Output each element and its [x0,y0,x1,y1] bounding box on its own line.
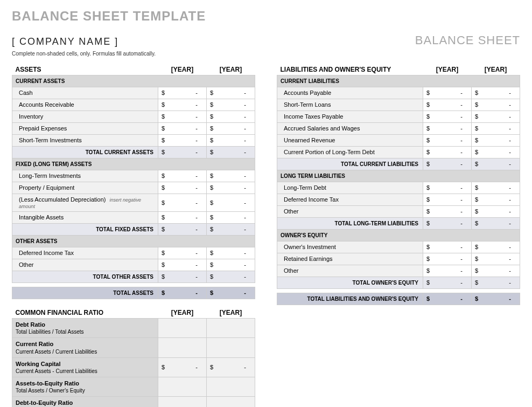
value-y1[interactable]: $- [423,253,472,265]
value-y1[interactable]: $- [423,205,472,217]
ratios-header: COMMON FINANCIAL RATIO [12,307,158,319]
value-y1[interactable]: $- [158,194,207,211]
value-y1[interactable]: $- [158,111,207,122]
value-y2[interactable]: $- [472,111,520,122]
ratio-value-y1: $- [158,357,207,377]
value-y2[interactable]: $- [472,87,520,99]
value-y2[interactable]: $- [472,182,520,194]
value-y1[interactable]: $- [423,194,472,205]
total-current-assets-y2: $- [207,146,255,158]
value-y2[interactable]: $- [472,265,520,277]
line-item-label: (Less Accumulated Depreciation) insert n… [12,194,158,211]
ratio-label: Assets-to-Equity RatioTotal Assets / Own… [12,377,158,396]
owners-equity-header: OWNER'S EQUITY [277,229,520,241]
year-header[interactable]: [YEAR] [207,63,255,75]
value-y2[interactable]: $- [472,122,520,134]
value-y1[interactable]: $- [423,111,472,122]
line-item-label: Short-Term Investments [12,134,158,146]
liabilities-header: LIABILITIES AND OWNER'S EQUITY [277,63,423,75]
instructions-text: Complete non-shaded cells, only. Formula… [12,51,520,57]
value-y2[interactable]: $- [472,205,520,217]
value-y1[interactable]: $- [158,99,207,111]
ratio-value-y1 [158,397,207,407]
ratio-label: Current RatioCurrent Assets / Current Li… [12,338,158,357]
value-y2[interactable]: $- [472,146,520,158]
line-item-label: Other [277,205,423,217]
value-y2[interactable]: $- [207,87,255,99]
value-y1[interactable]: $- [423,122,472,134]
value-y2[interactable]: $- [472,253,520,265]
total-current-liabilities-y1: $- [423,158,472,170]
total-owners-equity-y1: $- [423,277,472,288]
total-longterm-liabilities-label: TOTAL LONG-TERM LIABILITIES [277,217,423,229]
value-y2[interactable]: $- [207,211,255,223]
line-item-label: Deferred Income Tax [12,247,158,259]
total-current-liabilities-label: TOTAL CURRENT LIABILITIES [277,158,423,170]
ratio-label: Debt RatioTotal Liabilities / Total Asse… [12,319,158,338]
total-other-assets-y2: $- [207,271,255,282]
value-y1[interactable]: $- [158,259,207,271]
line-item-label: Deferred Income Tax [277,194,423,205]
total-other-assets-label: TOTAL OTHER ASSETS [12,271,158,282]
current-assets-header: CURRENT ASSETS [12,75,255,87]
total-liabilities-equity-label: TOTAL LIABILITIES AND OWNER'S EQUITY [277,293,423,305]
sheet-title: BALANCE SHEET [415,33,520,47]
value-y1[interactable]: $- [158,122,207,134]
total-longterm-liabilities-y1: $- [423,217,472,229]
value-y2[interactable]: $- [207,122,255,134]
value-y2[interactable]: $- [472,134,520,146]
value-y1[interactable]: $- [158,87,207,99]
total-current-assets-label: TOTAL CURRENT ASSETS [12,146,158,158]
value-y1[interactable]: $- [423,134,472,146]
value-y2[interactable]: $- [472,194,520,205]
line-item-label: Intangible Assets [12,211,158,223]
line-item-label: Long-Term Investments [12,170,158,182]
value-y1[interactable]: $- [423,241,472,253]
year-header[interactable]: [YEAR] [207,307,255,319]
total-fixed-assets-label: TOTAL FIXED ASSETS [12,223,158,235]
total-owners-equity-y2: $- [472,277,520,288]
line-item-label: Owner's Investment [277,241,423,253]
line-item-label: Retained Earnings [277,253,423,265]
value-y1[interactable]: $- [158,134,207,146]
line-item-label: Other [277,265,423,277]
value-y1[interactable]: $- [158,182,207,194]
value-y2[interactable]: $- [207,99,255,111]
total-assets-y1: $- [158,287,207,299]
value-y1[interactable]: $- [158,211,207,223]
total-owners-equity-label: TOTAL OWNER'S EQUITY [277,277,423,288]
total-current-assets-y1: $- [158,146,207,158]
value-y1[interactable]: $- [423,87,472,99]
liabilities-table: LIABILITIES AND OWNER'S EQUITY [YEAR] [Y… [277,63,520,305]
line-item-label: Accounts Receivable [12,99,158,111]
line-item-label: Income Taxes Payable [277,111,423,122]
value-y2[interactable]: $- [207,182,255,194]
line-item-label: Property / Equipment [12,182,158,194]
company-name[interactable]: [ COMPANY NAME ] [12,36,118,47]
value-y1[interactable]: $- [423,99,472,111]
value-y1[interactable]: $- [158,247,207,259]
ratio-value-y1 [158,338,207,357]
ratio-label: Debt-to-Equity RatioTotal Liabilities / … [12,397,158,407]
value-y1[interactable]: $- [423,182,472,194]
value-y2[interactable]: $- [207,194,255,211]
value-y1[interactable]: $- [423,146,472,158]
value-y2[interactable]: $- [207,134,255,146]
line-item-label: Prepaid Expenses [12,122,158,134]
value-y2[interactable]: $- [472,241,520,253]
year-header[interactable]: [YEAR] [158,63,207,75]
value-y2[interactable]: $- [207,170,255,182]
line-item-label: Short-Term Loans [277,99,423,111]
value-y2[interactable]: $- [472,99,520,111]
total-assets-label: TOTAL ASSETS [12,287,158,299]
ratio-value-y2: $- [207,357,255,377]
value-y2[interactable]: $- [207,247,255,259]
year-header[interactable]: [YEAR] [423,63,472,75]
value-y1[interactable]: $- [158,170,207,182]
year-header[interactable]: [YEAR] [158,307,207,319]
value-y2[interactable]: $- [207,111,255,122]
current-liabilities-header: CURRENT LIABILITIES [277,75,520,87]
year-header[interactable]: [YEAR] [472,63,520,75]
value-y1[interactable]: $- [423,265,472,277]
value-y2[interactable]: $- [207,259,255,271]
